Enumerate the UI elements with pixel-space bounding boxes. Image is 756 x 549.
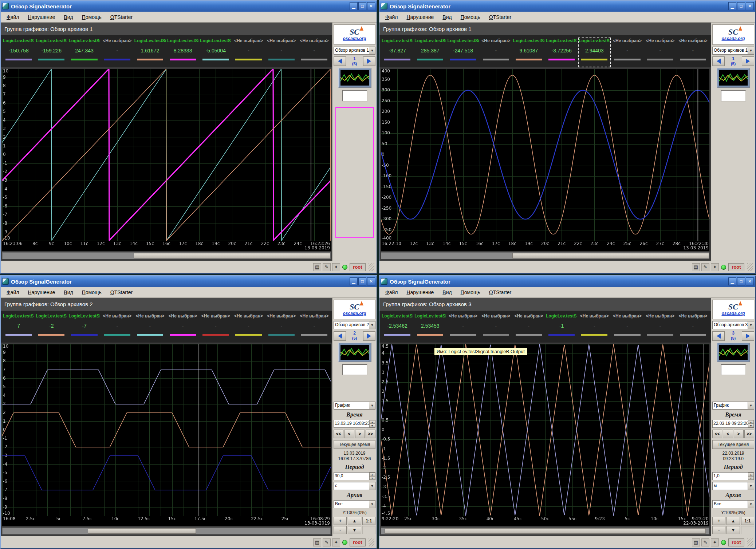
menu-item-файл[interactable]: Файл [2,13,23,21]
status-doc-icon[interactable]: ▤ [692,263,700,271]
status-edit-icon[interactable]: ✎ [323,538,331,546]
signal-column-3[interactable]: LogicLev.testSi-7 [68,313,101,343]
trend-thumbnail[interactable] [338,68,371,88]
minimize-button[interactable]: ▁ [728,277,736,285]
menu-item-нарушение[interactable]: Нарушение [402,13,438,21]
signal-column-3[interactable]: <Не выбран>- [446,313,479,343]
chevron-down-icon[interactable]: ▼ [748,402,754,409]
seek-back-button[interactable]: < [723,430,733,438]
menu-item-вид[interactable]: Вид [438,13,456,21]
chevron-down-icon[interactable]: ▼ [748,321,754,329]
spin-up-icon[interactable]: ▲ [748,420,754,424]
next-page-button[interactable] [363,56,375,66]
menu-item-вид[interactable]: Вид [438,288,456,297]
menu-item-вид[interactable]: Вид [59,13,77,21]
zoom-out-button[interactable]: - [712,526,725,534]
close-button[interactable]: ✕ [367,277,375,285]
chevron-down-icon[interactable]: ▼ [748,482,754,490]
archive-filter-select[interactable]: Все▼ [334,500,375,508]
chevron-down-icon[interactable]: ▼ [369,402,375,409]
h-scrollbar[interactable] [381,528,709,534]
view-mode-select[interactable]: График▼ [334,402,375,410]
signal-column-7[interactable]: LogicLev.testSi-5.05004 [199,37,232,67]
close-button[interactable]: ✕ [746,277,754,285]
document-thumbnail[interactable] [342,364,367,375]
signal-column-9[interactable]: <Не выбран>- [644,313,677,343]
chart-area[interactable] [1,67,332,252]
chevron-down-icon[interactable]: ▼ [748,501,754,508]
archive-page-select[interactable]: Обзор архивов 1▼ [712,47,754,55]
period-edit[interactable]: 1,0 ▲▼ [712,472,754,480]
pan-up-button[interactable]: ▲ [727,517,740,525]
signal-column-10[interactable]: <Не выбран>- [298,37,331,67]
spin-down-icon[interactable]: ▼ [369,476,375,480]
signal-column-1[interactable]: LogicLev.testSi-2.53462 [381,313,414,343]
next-page-button[interactable] [742,56,754,66]
trend-thumbnail[interactable] [717,343,750,362]
trend-thumbnail[interactable] [338,343,371,362]
signal-column-7[interactable]: <Не выбран>- [578,313,611,343]
status-edit-icon[interactable]: ✎ [701,538,709,546]
period-unit-select[interactable]: с▼ [334,482,375,490]
logo-site-link[interactable]: oscada.org [721,311,745,316]
seek-fast-forward-button[interactable]: >> [366,430,375,438]
close-button[interactable]: ✕ [367,2,375,10]
zoom-in-button[interactable]: + [334,517,347,525]
archive-page-select[interactable]: Обзор архивов 1▼ [334,47,375,55]
h-scrollbar[interactable] [2,252,331,259]
spin-up-icon[interactable]: ▲ [369,473,375,476]
signal-column-10[interactable]: <Не выбран>- [677,37,709,67]
period-edit[interactable]: 30,0 ▲▼ [334,472,375,480]
seek-fast-forward-button[interactable]: >> [744,430,754,438]
signal-column-5[interactable]: <Не выбран>- [512,313,545,343]
zoom-in-button[interactable]: + [712,517,725,525]
signal-column-6[interactable]: LogicLev.testSi-3.72256 [545,37,578,67]
signal-column-1[interactable]: LogicLev.testSi7 [2,313,35,343]
logo-site-link[interactable]: oscada.org [343,36,366,41]
minimize-button[interactable]: ▁ [350,277,358,285]
archive-page-select[interactable]: Обзор архивов 3▼ [712,321,754,329]
signal-column-2[interactable]: LogicLev.testSi-2 [35,313,68,343]
signal-column-4[interactable]: <Не выбран>- [101,313,134,343]
close-button[interactable]: ✕ [746,2,754,10]
h-scrollbar-thumb[interactable] [88,528,196,534]
prev-page-button[interactable] [712,331,725,341]
chevron-down-icon[interactable]: ▼ [369,482,375,490]
maximize-button[interactable]: □ [737,2,745,10]
signal-column-5[interactable]: <Не выбран>- [134,313,166,343]
signal-column-10[interactable]: <Не выбран>- [298,313,331,343]
zoom-reset-button[interactable]: 1:1 [741,517,754,525]
chart-area[interactable] [379,67,711,252]
trend-thumbnail[interactable] [717,68,750,88]
document-thumbnail[interactable] [721,90,746,102]
time-edit[interactable]: 22.03.19 09:23:20 ▲▼ [712,420,754,428]
menu-item-файл[interactable]: Файл [381,288,402,297]
chevron-down-icon[interactable]: ▼ [369,321,375,329]
time-edit[interactable]: 13.03.19 16:08:25 ▲▼ [334,420,375,428]
archive-page-select[interactable]: Обзор архивов 2▼ [334,321,375,329]
minimize-button[interactable]: ▁ [350,2,358,10]
current-time-button[interactable]: Текущее время [712,440,754,449]
status-doc-icon[interactable]: ▤ [692,538,700,546]
seek-back-button[interactable]: < [344,430,354,438]
maximize-button[interactable]: □ [737,277,745,285]
logo-site-link[interactable]: oscada.org [721,36,745,41]
menu-item-вид[interactable]: Вид [59,288,77,297]
chevron-down-icon[interactable]: ▼ [369,47,375,54]
menu-item-помощь[interactable]: Помощь [456,13,485,21]
titlebar[interactable]: Обзор SignalGenerator ▁ □ ✕ [1,1,377,12]
minimize-button[interactable]: ▁ [728,2,736,10]
signal-column-2[interactable]: LogicLev.testSi2.53453 [414,313,446,343]
status-config-icon[interactable]: ✦ [711,263,719,271]
archive-filter-select[interactable]: Все▼ [712,500,754,508]
trend-chart-canvas[interactable] [381,69,709,251]
menu-item-нарушение[interactable]: Нарушение [402,288,438,297]
document-thumbnail[interactable] [342,90,367,102]
status-config-icon[interactable]: ✦ [332,263,340,271]
signal-column-8[interactable]: <Не выбран>- [232,313,265,343]
status-edit-icon[interactable]: ✎ [323,263,331,271]
oscada-logo[interactable]: SC oscada.org [334,24,375,45]
pan-up-button[interactable]: ▲ [348,517,361,525]
oscada-logo[interactable]: SC oscada.org [334,300,375,319]
signal-column-8[interactable]: <Не выбран>- [232,37,265,67]
